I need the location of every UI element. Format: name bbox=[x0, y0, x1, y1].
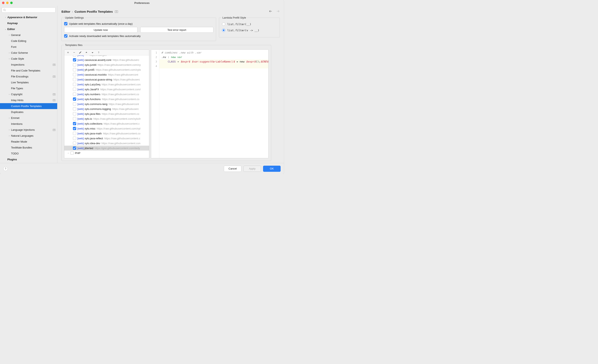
test-error-button[interactable]: Test error report bbox=[140, 27, 214, 33]
file-row[interactable]: [web]xylo.java-fileshttps://raw.githubus… bbox=[64, 111, 149, 116]
sidebar-item-language-injections[interactable]: ›Language Injections bbox=[0, 127, 57, 133]
sidebar-item-duplicates[interactable]: Duplicates bbox=[0, 109, 57, 115]
file-row[interactable]: [web]cassiuscai.mockitohttps://raw.githu… bbox=[64, 72, 149, 77]
chevron-right-icon[interactable]: › bbox=[8, 58, 11, 60]
lambda-option-2-radio[interactable] bbox=[222, 29, 225, 32]
move-down-icon[interactable] bbox=[90, 50, 95, 55]
sidebar-item-file-types[interactable]: File Types bbox=[0, 85, 57, 91]
sidebar-item-general[interactable]: ›General bbox=[0, 32, 57, 38]
sidebar-item-intentions[interactable]: Intentions bbox=[0, 121, 57, 127]
help-icon[interactable] bbox=[96, 50, 101, 55]
file-row[interactable]: [web]xylo.idea-devhttps://raw.githubuser… bbox=[64, 141, 149, 146]
activate-checkbox[interactable] bbox=[64, 34, 67, 38]
file-checkbox[interactable] bbox=[73, 55, 76, 57]
edit-icon[interactable] bbox=[77, 50, 83, 55]
sidebar-item-editor[interactable]: ⌄Editor bbox=[0, 26, 57, 32]
file-checkbox[interactable] bbox=[73, 141, 76, 145]
ok-button[interactable]: OK bbox=[263, 166, 281, 172]
chevron-down-icon[interactable]: ⌄ bbox=[4, 28, 7, 30]
lambda-option-2-label[interactable]: list.filter(v -> __) bbox=[227, 29, 259, 32]
sidebar-item-textmate-bundles[interactable]: TextMate Bundles bbox=[0, 145, 57, 150]
help-button[interactable]: ? bbox=[3, 166, 8, 171]
file-row[interactable]: [web]cassiuscai.guava-stringhttps://raw.… bbox=[64, 77, 149, 82]
file-row[interactable]: [web]xylo.LazySeqhttps://raw.githubuserc… bbox=[64, 82, 149, 87]
file-checkbox[interactable] bbox=[73, 107, 76, 110]
sidebar-item-plugins[interactable]: Plugins bbox=[0, 157, 57, 162]
file-row[interactable]: [web]xylo.commons-langhttps://raw.github… bbox=[64, 101, 149, 107]
sidebar-item-font[interactable]: Font bbox=[0, 44, 57, 50]
sidebar-item-copyright[interactable]: ›Copyright bbox=[0, 91, 57, 97]
file-row[interactable]: [web]cassiuscai.assertj-corehttps://raw.… bbox=[64, 58, 149, 62]
remove-icon[interactable] bbox=[71, 50, 77, 55]
sidebar-item-inlay-hints[interactable]: Inlay Hints bbox=[0, 97, 57, 103]
sidebar-item-natural-languages[interactable]: ›Natural Languages bbox=[0, 133, 57, 139]
chevron-right-icon[interactable]: › bbox=[8, 129, 11, 131]
chevron-right-icon[interactable]: › bbox=[8, 34, 11, 36]
chevron-right-icon[interactable]: › bbox=[8, 135, 11, 137]
sidebar-item-emmet[interactable]: ›Emmet bbox=[0, 115, 57, 121]
add-icon[interactable] bbox=[65, 50, 71, 55]
file-row[interactable]: [web]xylo.java-mathhttps://raw.githubuse… bbox=[64, 131, 149, 136]
sidebar-item-file-encodings[interactable]: File Encodings bbox=[0, 74, 57, 79]
sidebar-item-keymap[interactable]: Keymap bbox=[0, 20, 57, 26]
file-checkbox[interactable] bbox=[73, 63, 76, 66]
activate-label[interactable]: Activate newly downloaded web templates … bbox=[69, 34, 141, 38]
move-up-icon[interactable] bbox=[83, 50, 89, 55]
file-checkbox[interactable] bbox=[73, 58, 76, 61]
sidebar-item-file-and-code-templates[interactable]: File and Code Templates bbox=[0, 68, 57, 74]
group-checkbox[interactable] bbox=[70, 151, 74, 155]
file-row[interactable]: [web]xylo.numbershttps://raw.githubuserc… bbox=[64, 92, 149, 97]
file-checkbox[interactable] bbox=[73, 98, 76, 101]
search-input[interactable] bbox=[7, 8, 54, 12]
file-row[interactable]: [web]xylo.mischttps://raw.githubusercont… bbox=[64, 126, 149, 131]
sidebar-item-inspections[interactable]: Inspections bbox=[0, 62, 57, 68]
file-checkbox[interactable] bbox=[73, 147, 76, 150]
file-checkbox[interactable] bbox=[73, 68, 76, 71]
chevron-right-icon[interactable]: › bbox=[8, 93, 11, 95]
file-row[interactable]: [web]xylo.functionshttps://raw.githubuse… bbox=[64, 97, 149, 101]
lambda-option-1-radio[interactable] bbox=[222, 23, 225, 26]
file-group-row[interactable]: ›PHP bbox=[64, 150, 149, 156]
file-checkbox[interactable] bbox=[73, 102, 76, 106]
sidebar-item-color-scheme[interactable]: ›Color Scheme bbox=[0, 50, 57, 56]
file-row[interactable]: [web]jittertedhttps://gist.githubusercon… bbox=[64, 146, 149, 150]
chevron-right-icon[interactable]: › bbox=[8, 117, 11, 119]
chevron-right-icon[interactable]: › bbox=[4, 16, 7, 18]
file-checkbox[interactable] bbox=[73, 112, 76, 116]
file-row[interactable]: [web]xylo.JavaFXhttps://raw.githubuserco… bbox=[64, 87, 149, 92]
file-row[interactable]: [web]xylo.java-reflecthttps://raw.github… bbox=[64, 136, 149, 141]
update-now-button[interactable]: Update now bbox=[64, 27, 137, 33]
cancel-button[interactable]: Cancel bbox=[224, 166, 241, 172]
file-row[interactable]: [web]yfr.junit5https://raw.githubusercon… bbox=[64, 67, 149, 72]
file-list[interactable]: [web]· · ·https://raw.gith· · ·[web]cass… bbox=[64, 55, 149, 158]
lambda-option-1-label[interactable]: list.filter(__) bbox=[227, 23, 251, 26]
sidebar-item-code-editing[interactable]: Code Editing bbox=[0, 38, 57, 44]
file-checkbox[interactable] bbox=[73, 73, 76, 76]
sidebar-item-appearance-behavior[interactable]: ›Appearance & Behavior bbox=[0, 14, 57, 20]
file-checkbox[interactable] bbox=[73, 137, 76, 140]
file-checkbox[interactable] bbox=[73, 92, 76, 96]
file-checkbox[interactable] bbox=[73, 88, 76, 91]
search-field[interactable] bbox=[2, 7, 56, 13]
sidebar-item-reader-mode[interactable]: Reader Mode bbox=[0, 139, 57, 145]
auto-update-checkbox[interactable] bbox=[64, 22, 67, 25]
file-row[interactable]: [web]xylo.junit4https://raw.githubuserco… bbox=[64, 62, 149, 67]
sidebar-item-live-templates[interactable]: Live Templates bbox=[0, 79, 57, 85]
file-row[interactable]: [web]xylo.collectionshttps://raw.githubu… bbox=[64, 121, 149, 126]
nav-back-icon[interactable] bbox=[269, 9, 273, 14]
file-checkbox[interactable] bbox=[73, 132, 76, 135]
file-row[interactable]: [web]xylo.commons-logginghttps://raw.git… bbox=[64, 107, 149, 111]
chevron-right-icon[interactable]: › bbox=[8, 52, 11, 54]
auto-update-label[interactable]: Update web templates files automatically… bbox=[69, 22, 133, 25]
chevron-right-icon[interactable]: › bbox=[67, 152, 70, 154]
file-row[interactable]: [web]xylo.iohttps://raw.githubuserconten… bbox=[64, 116, 149, 121]
sidebar-item-code-style[interactable]: ›Code Style bbox=[0, 56, 57, 62]
settings-tree[interactable]: ›Appearance & BehaviorKeymap⌄Editor›Gene… bbox=[0, 14, 57, 163]
sidebar-item-custom-postfix-templates[interactable]: Custom Postfix Templates bbox=[0, 103, 57, 109]
file-checkbox[interactable] bbox=[73, 83, 76, 86]
file-checkbox[interactable] bbox=[73, 127, 76, 130]
breadcrumb-parent[interactable]: Editor bbox=[61, 10, 70, 13]
file-checkbox[interactable] bbox=[73, 78, 76, 81]
sidebar-item-todo[interactable]: TODO bbox=[0, 150, 57, 157]
file-checkbox[interactable] bbox=[73, 117, 76, 120]
